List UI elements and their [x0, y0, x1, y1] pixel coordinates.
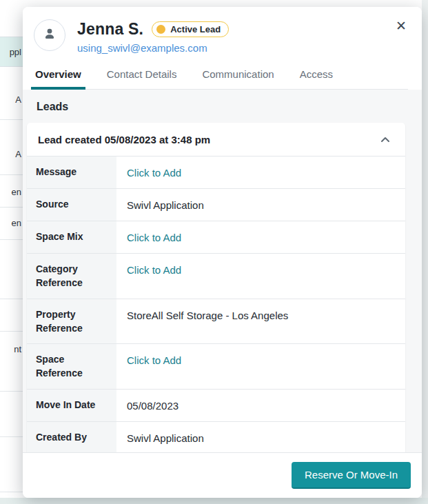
- click-to-add-link[interactable]: Click to Add: [127, 165, 181, 180]
- background-page-bottom: [0, 498, 428, 504]
- person-icon: [41, 26, 58, 45]
- detail-value: Swivl Application: [127, 197, 204, 212]
- background-page-right: [422, 0, 428, 504]
- detail-row-space-mix: Space Mix Click to Add: [27, 221, 405, 254]
- detail-label: Move In Date: [27, 390, 116, 421]
- status-badge-label: Active Lead: [170, 24, 221, 34]
- close-button[interactable]: ✕: [391, 17, 411, 36]
- detail-value: 05/08/2023: [127, 398, 179, 413]
- avatar: [34, 19, 65, 51]
- lead-created-title: Lead created 05/08/2023 at 3:48 pm: [38, 134, 210, 145]
- tab-overview[interactable]: Overview: [34, 68, 83, 89]
- background-page: ppl A A en en nt: [0, 0, 23, 504]
- background-text-fragment: A: [15, 94, 21, 105]
- section-title-leads: Leads: [37, 101, 405, 113]
- lead-accordion-header[interactable]: Lead created 05/08/2023 at 3:48 pm: [27, 123, 405, 157]
- detail-label: Property Reference: [27, 299, 116, 344]
- tab-communication[interactable]: Communication: [201, 68, 275, 89]
- detail-row-created-by: Created By Swivl Application: [27, 422, 405, 452]
- modal-header: ✕ Jenna S. Active Lead us: [23, 7, 422, 90]
- tab-bar: Overview Contact Details Communication A…: [34, 68, 408, 90]
- tab-access[interactable]: Access: [298, 68, 334, 89]
- background-text-fragment: A: [15, 149, 21, 159]
- lead-identity: Jenna S. Active Lead using_swivl@example…: [34, 19, 408, 54]
- detail-label: Message: [27, 157, 116, 188]
- chevron-up-icon[interactable]: [380, 137, 394, 143]
- detail-label: Space Mix: [27, 221, 116, 253]
- detail-label: Category Reference: [27, 254, 116, 299]
- reserve-or-move-in-button[interactable]: Reserve Or Move-In: [292, 462, 411, 489]
- detail-row-category-reference: Category Reference Click to Add: [27, 254, 405, 299]
- lead-name: Jenna S.: [77, 20, 143, 39]
- detail-label: Source: [27, 189, 116, 221]
- click-to-add-link[interactable]: Click to Add: [127, 230, 181, 245]
- modal-footer: Reserve Or Move-In: [23, 452, 422, 498]
- background-text-fragment: ppl: [10, 47, 21, 57]
- detail-row-property-reference: Property Reference StoreAll Self Storage…: [27, 299, 405, 345]
- detail-row-source: Source Swivl Application: [27, 189, 405, 221]
- detail-label: Space Reference: [27, 344, 116, 389]
- status-dot-icon: [156, 25, 165, 34]
- tab-contact-details[interactable]: Contact Details: [105, 68, 179, 89]
- detail-label: Created By: [27, 422, 116, 452]
- lead-detail-modal: ✕ Jenna S. Active Lead us: [23, 7, 422, 498]
- background-text-fragment: nt: [14, 344, 21, 354]
- click-to-add-link[interactable]: Click to Add: [127, 262, 181, 277]
- background-text-fragment: en: [12, 218, 21, 228]
- status-badge: Active Lead: [152, 21, 229, 37]
- detail-row-space-reference: Space Reference Click to Add: [27, 344, 405, 390]
- detail-row-message: Message Click to Add: [27, 157, 405, 189]
- lead-email-link[interactable]: using_swivl@examples.com: [77, 42, 207, 54]
- click-to-add-link[interactable]: Click to Add: [127, 352, 181, 367]
- lead-card: Lead created 05/08/2023 at 3:48 pm Messa…: [27, 123, 405, 452]
- detail-value: Swivl Application: [127, 430, 204, 445]
- detail-value: StoreAll Self Storage - Los Angeles: [127, 308, 288, 323]
- overview-tab-panel: Leads Lead created 05/08/2023 at 3:48 pm…: [23, 90, 422, 452]
- background-text-fragment: en: [12, 187, 21, 197]
- detail-row-move-in-date: Move In Date 05/08/2023: [27, 390, 405, 422]
